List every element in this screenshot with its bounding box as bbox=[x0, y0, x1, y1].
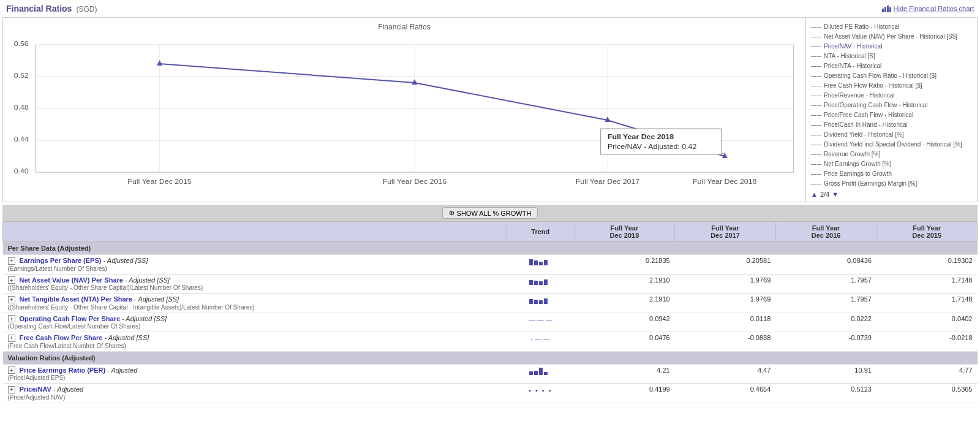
legend-line-icon bbox=[811, 125, 821, 126]
svg-rect-41 bbox=[534, 300, 538, 304]
row-metric-name[interactable]: Net Tangible Asset (NTA) Per Share bbox=[20, 295, 132, 303]
legend-item-label: Price/NAV - Historical bbox=[824, 42, 882, 51]
legend-line-icon bbox=[811, 135, 821, 135]
row-metric-name[interactable]: Operating Cash Flow Per Share bbox=[20, 315, 120, 322]
col-header-label bbox=[3, 222, 507, 242]
row-sublabel: (Operating Cash Flow/Latest Number Of Sh… bbox=[8, 323, 141, 330]
trend-cell: - — — bbox=[507, 332, 574, 352]
value-cell: 10.91 bbox=[775, 364, 876, 384]
legend-item[interactable]: Net Earnings Growth [%] bbox=[811, 160, 972, 169]
page-header: Financial Ratios (SGD) Hide Financial Ra… bbox=[0, 0, 980, 17]
legend-item-label: Free Cash Flow Ratio - Historical [$] bbox=[824, 82, 922, 90]
table-row: + Free Cash Flow Per Share - Adjusted [S… bbox=[3, 332, 978, 352]
legend-item-label: Net Asset Value (NAV) Per Share - Histor… bbox=[824, 32, 957, 41]
svg-text:Full Year Dec 2018: Full Year Dec 2018 bbox=[608, 133, 674, 140]
legend-item[interactable]: Dividend Yield incl Special Dividend - H… bbox=[811, 140, 972, 149]
value-cell: -0.0218 bbox=[876, 332, 978, 352]
trend-cell: — — — bbox=[507, 313, 574, 332]
value-cell: 4.77 bbox=[876, 364, 978, 384]
row-metric-name[interactable]: Earnings Per Share (EPS) bbox=[20, 257, 102, 264]
legend-line-icon bbox=[811, 27, 821, 28]
value-cell: 1.7148 bbox=[876, 294, 978, 313]
chart-icon bbox=[881, 4, 891, 13]
section-header-row: Valuation Ratios (Adjusted) bbox=[3, 351, 978, 364]
legend-item-label: Operating Cash Flow Ratio - Historical [… bbox=[824, 72, 937, 80]
expand-button[interactable]: + bbox=[8, 335, 15, 342]
legend-line-icon bbox=[811, 76, 821, 77]
col-header-fy2017: Full YearDec 2017 bbox=[675, 222, 776, 242]
value-cell: 1.9769 bbox=[675, 294, 776, 313]
col-header-fy2018: Full YearDec 2018 bbox=[574, 222, 675, 242]
expand-button[interactable]: + bbox=[8, 296, 15, 303]
legend-line-icon bbox=[811, 184, 821, 184]
row-metric-name[interactable]: Price/NAV bbox=[20, 385, 51, 393]
legend-line-icon bbox=[811, 174, 821, 175]
legend-item[interactable]: Revenue Growth [%] bbox=[811, 150, 972, 159]
svg-rect-34 bbox=[539, 262, 543, 265]
legend-nav[interactable]: ▲ 2/4 ▼ bbox=[811, 191, 972, 198]
value-cell: 1.7148 bbox=[876, 274, 978, 294]
row-metric-name[interactable]: Price Earnings Ratio (PER) bbox=[20, 366, 106, 374]
legend-item[interactable]: Dividend Yield - Historical [%] bbox=[811, 131, 972, 139]
legend-item[interactable]: Net Asset Value (NAV) Per Share - Histor… bbox=[811, 32, 972, 41]
legend-item[interactable]: Operating Cash Flow Ratio - Historical [… bbox=[811, 72, 972, 80]
row-label-cell: + Price/NAV - Adjusted (Price/Adjusted N… bbox=[3, 384, 507, 403]
value-cell: 1.9769 bbox=[675, 274, 776, 294]
legend-item-label: Price/NTA - Historical bbox=[824, 62, 881, 70]
expand-button[interactable]: + bbox=[8, 386, 15, 393]
value-cell: 0.4654 bbox=[675, 384, 776, 403]
legend-item[interactable]: Gross Profit (Earnings) Margin [%] bbox=[811, 180, 972, 188]
show-growth-bar: ⊕ SHOW ALL % GROWTH bbox=[2, 205, 978, 221]
svg-rect-45 bbox=[534, 371, 538, 375]
row-sublabel: (Price/Adjusted NAV) bbox=[8, 394, 66, 401]
section-header-label: Valuation Ratios (Adjusted) bbox=[3, 351, 978, 364]
show-growth-button[interactable]: ⊕ SHOW ALL % GROWTH bbox=[442, 207, 538, 219]
value-cell: 1.7957 bbox=[775, 274, 876, 294]
value-cell: 0.0476 bbox=[574, 332, 675, 352]
legend-item-label: Diluted PE Ratio - Historical bbox=[824, 23, 899, 31]
expand-button[interactable]: + bbox=[8, 315, 15, 322]
row-sublabel: ((Shareholders' Equity - Other Share Cap… bbox=[8, 284, 203, 291]
legend-item[interactable]: Price/NTA - Historical bbox=[811, 62, 972, 70]
legend-item[interactable]: Price/NAV - Historical bbox=[811, 42, 972, 51]
legend-item[interactable]: Price/Cash In Hand - Historical bbox=[811, 121, 972, 129]
legend-item[interactable]: Price/Revenue - Historical bbox=[811, 91, 972, 100]
legend-item[interactable]: Free Cash Flow Ratio - Historical [$] bbox=[811, 82, 972, 90]
svg-text:0.44: 0.44 bbox=[14, 135, 29, 143]
legend-item-label: Dividend Yield incl Special Dividend - H… bbox=[824, 140, 962, 149]
value-cell: 0.4199 bbox=[574, 384, 675, 403]
chart-svg: 0.56 0.52 0.48 0.44 0.40 bbox=[8, 34, 801, 193]
svg-text:0.56: 0.56 bbox=[14, 40, 29, 47]
legend-item-label: Gross Profit (Earnings) Margin [%] bbox=[824, 180, 917, 188]
svg-text:Full Year Dec 2016: Full Year Dec 2016 bbox=[383, 178, 447, 185]
legend-item-label: Price/Cash In Hand - Historical bbox=[824, 121, 908, 129]
table-row: + Net Asset Value (NAV) Per Share - Adju… bbox=[3, 274, 978, 294]
legend-item[interactable]: Diluted PE Ratio - Historical bbox=[811, 23, 972, 31]
legend-item-label: Price/Revenue - Historical bbox=[824, 91, 895, 100]
value-cell: 0.20581 bbox=[675, 255, 776, 275]
table-section: ⊕ SHOW ALL % GROWTH Trend Full YearDec 2… bbox=[2, 205, 978, 403]
col-header-fy2016: Full YearDec 2016 bbox=[775, 222, 876, 242]
expand-button[interactable]: + bbox=[8, 257, 15, 265]
legend-item[interactable]: Price/Free Cash Flow - Historical bbox=[811, 111, 972, 120]
trend-cell bbox=[507, 294, 574, 313]
row-metric-qualifier: - Adjusted [SS] bbox=[122, 315, 167, 322]
expand-button[interactable]: + bbox=[8, 366, 15, 374]
value-cell: 4.21 bbox=[574, 364, 675, 384]
col-header-trend: Trend bbox=[507, 222, 574, 242]
expand-button[interactable]: + bbox=[8, 276, 15, 284]
chart-legend: Diluted PE Ratio - Historical Net Asset … bbox=[805, 18, 977, 202]
legend-line-icon bbox=[811, 154, 821, 155]
legend-item-label: Price/Operating Cash Flow - Historical bbox=[824, 101, 928, 110]
legend-item-label: Price/Free Cash Flow - Historical bbox=[824, 111, 913, 120]
hide-chart-button[interactable]: Hide Financial Ratios chart bbox=[881, 4, 974, 13]
legend-item-label: Dividend Yield - Historical [%] bbox=[824, 131, 904, 139]
svg-rect-39 bbox=[544, 279, 548, 285]
legend-item-label: NTA - Historical [S] bbox=[824, 52, 875, 61]
svg-marker-21 bbox=[412, 79, 417, 85]
row-metric-name[interactable]: Free Cash Flow Per Share bbox=[20, 334, 103, 341]
row-metric-name[interactable]: Net Asset Value (NAV) Per Share bbox=[20, 276, 123, 284]
legend-item[interactable]: Price/Operating Cash Flow - Historical bbox=[811, 101, 972, 110]
legend-item[interactable]: NTA - Historical [S] bbox=[811, 52, 972, 61]
legend-item[interactable]: Price Earnings to Growth bbox=[811, 170, 972, 178]
